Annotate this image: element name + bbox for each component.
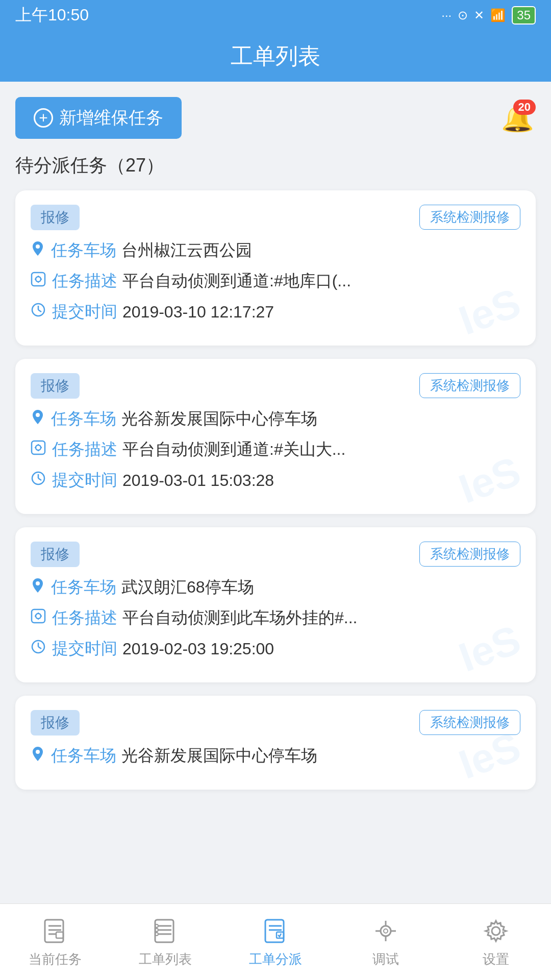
svg-point-42 xyxy=(155,933,158,936)
toolbar: + 新增维保任务 🔔 20 xyxy=(15,97,536,139)
type-badge-3: 报修 xyxy=(31,710,80,736)
desc-icon-0 xyxy=(31,272,46,291)
desc-icon-1 xyxy=(31,440,46,459)
svg-point-2 xyxy=(36,277,41,282)
status-time: 上午10:50 xyxy=(15,4,89,27)
time-icon-1 xyxy=(31,471,46,490)
section-title: 待分派任务（27） xyxy=(15,153,536,178)
desc-value-2: 平台自动侦测到此车场外挂的#... xyxy=(122,607,357,629)
svg-rect-11 xyxy=(32,441,45,454)
system-badge-3: 系统检测报修 xyxy=(419,710,520,735)
svg-rect-35 xyxy=(56,932,63,938)
desc-value-1: 平台自动侦测到通道:#关山大... xyxy=(122,438,345,461)
notification-button[interactable]: 🔔 20 xyxy=(499,100,536,136)
svg-point-47 xyxy=(381,926,391,936)
svg-line-19 xyxy=(38,478,41,480)
location-icon-1 xyxy=(31,409,45,429)
svg-line-29 xyxy=(38,647,41,649)
location-value-1: 光谷新发展国际中心停车场 xyxy=(121,408,317,430)
svg-point-52 xyxy=(384,929,388,933)
nav-current-task-label: 当前任务 xyxy=(29,950,82,968)
nav-debug[interactable]: 调试 xyxy=(331,916,441,968)
nav-debug-label: 调试 xyxy=(372,950,399,968)
time-row-0: 提交时间 2019-03-10 12:17:27 xyxy=(31,301,520,323)
nav-order-dispatch[interactable]: 工单分派 xyxy=(220,916,331,968)
add-task-button[interactable]: + 新增维保任务 xyxy=(15,97,182,139)
svg-point-40 xyxy=(155,924,158,927)
add-task-label: 新增维保任务 xyxy=(59,106,163,130)
location-row-0: 任务车场 台州椒江云西公园 xyxy=(31,239,520,262)
svg-rect-1 xyxy=(32,273,45,286)
location-icon-0 xyxy=(31,240,45,261)
nav-current-task[interactable]: 当前任务 xyxy=(0,916,110,968)
svg-rect-31 xyxy=(45,920,63,942)
system-badge-0: 系统检测报修 xyxy=(419,205,520,230)
svg-point-53 xyxy=(492,927,500,935)
desc-icon-2 xyxy=(31,608,46,628)
page-title: 工单列表 xyxy=(231,41,320,71)
svg-point-41 xyxy=(155,928,158,932)
location-label-0: 任务车场 xyxy=(51,239,116,262)
type-badge-2: 报修 xyxy=(31,542,80,567)
type-badge-1: 报修 xyxy=(31,373,80,399)
orders-list: 报修 系统检测报修 任务车场 台州椒江云西公园 xyxy=(15,190,536,790)
system-badge-2: 系统检测报修 xyxy=(419,542,520,567)
card-top-3: 报修 系统检测报修 xyxy=(31,710,520,736)
time-row-2: 提交时间 2019-02-03 19:25:00 xyxy=(31,638,520,660)
nav-order-list[interactable]: 工单列表 xyxy=(110,916,220,968)
type-badge-0: 报修 xyxy=(31,205,80,230)
location-label-1: 任务车场 xyxy=(51,408,116,430)
notification-badge: 20 xyxy=(513,100,536,115)
desc-label-2: 任务描述 xyxy=(52,607,117,629)
desc-label-0: 任务描述 xyxy=(52,270,117,292)
battery-icon: 35 xyxy=(512,6,536,24)
location-label-3: 任务车场 xyxy=(51,745,116,767)
order-dispatch-icon xyxy=(260,916,291,946)
time-icon-0 xyxy=(31,302,46,322)
order-list-icon xyxy=(150,916,181,946)
system-badge-1: 系统检测报修 xyxy=(419,373,520,398)
time-label-0: 提交时间 xyxy=(52,301,117,323)
time-label-1: 提交时间 xyxy=(52,469,117,492)
location-value-2: 武汉朗汇68停车场 xyxy=(121,576,254,599)
desc-label-1: 任务描述 xyxy=(52,438,117,461)
status-bar: 上午10:50 ··· ⊙ ✕ 📶 35 xyxy=(0,0,551,31)
app-header: 工单列表 xyxy=(0,31,551,82)
card-top-1: 报修 系统检测报修 xyxy=(31,373,520,399)
nav-settings-label: 设置 xyxy=(483,950,509,968)
plus-icon: + xyxy=(34,108,53,128)
gps-icon: ⊙ xyxy=(458,8,468,22)
content-area: + 新增维保任务 🔔 20 待分派任务（27） 报修 系统检测报修 任务车场 台… xyxy=(0,82,551,885)
desc-row-0: 任务描述 平台自动侦测到通道:#地库口(... xyxy=(31,270,520,292)
location-icon-3 xyxy=(31,746,45,766)
wifi-icon: 📶 xyxy=(490,8,506,22)
time-label-2: 提交时间 xyxy=(52,638,117,660)
location-value-3: 光谷新发展国际中心停车场 xyxy=(121,745,317,767)
svg-rect-21 xyxy=(32,609,45,623)
svg-point-12 xyxy=(36,445,41,450)
order-card-0[interactable]: 报修 系统检测报修 任务车场 台州椒江云西公园 xyxy=(15,190,536,346)
nav-settings[interactable]: 设置 xyxy=(441,916,551,968)
location-row-2: 任务车场 武汉朗汇68停车场 xyxy=(31,576,520,599)
order-card-3[interactable]: 报修 系统检测报修 任务车场 光谷新发展国际中心停车场 IeS xyxy=(15,696,536,790)
current-task-icon xyxy=(40,916,70,946)
card-top-0: 报修 系统检测报修 xyxy=(31,205,520,230)
debug-icon xyxy=(370,916,401,946)
svg-rect-43 xyxy=(265,920,284,942)
time-icon-2 xyxy=(31,639,46,658)
location-label-2: 任务车场 xyxy=(51,576,116,599)
order-card-2[interactable]: 报修 系统检测报修 任务车场 武汉朗汇68停车场 xyxy=(15,527,536,682)
svg-point-22 xyxy=(36,614,41,619)
svg-point-20 xyxy=(36,581,40,585)
bottom-nav: 当前任务 工单列表 工单分派 xyxy=(0,903,551,980)
location-value-0: 台州椒江云西公园 xyxy=(121,239,252,262)
svg-line-9 xyxy=(38,310,41,312)
sim-icon: ✕ xyxy=(474,8,484,22)
location-row-1: 任务车场 光谷新发展国际中心停车场 xyxy=(31,408,520,430)
card-top-2: 报修 系统检测报修 xyxy=(31,542,520,567)
order-card-1[interactable]: 报修 系统检测报修 任务车场 光谷新发展国际中心停车场 xyxy=(15,359,536,514)
time-value-0: 2019-03-10 12:17:27 xyxy=(122,303,274,322)
time-value-1: 2019-03-01 15:03:28 xyxy=(122,471,274,490)
svg-point-0 xyxy=(36,244,40,249)
desc-row-2: 任务描述 平台自动侦测到此车场外挂的#... xyxy=(31,607,520,629)
